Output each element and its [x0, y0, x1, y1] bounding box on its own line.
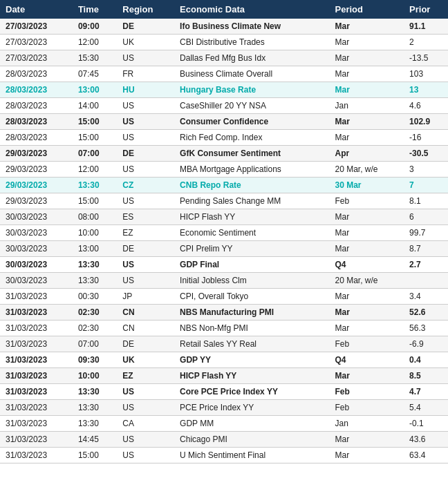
cell-event: Retail Sales YY Real [174, 336, 329, 352]
cell-period: Mar [329, 368, 404, 384]
cell-time: 14:45 [73, 432, 117, 448]
cell-region: US [117, 448, 174, 463]
table-row: 30/03/202313:30USGDP FinalQ42.7 [0, 257, 448, 273]
cell-period: Mar [329, 209, 404, 225]
cell-period: Mar [329, 19, 404, 35]
cell-prior: 2.7 [404, 257, 448, 273]
header-date: Date [0, 0, 73, 19]
cell-date: 27/03/2023 [0, 50, 73, 66]
cell-region: DE [117, 146, 174, 162]
table-row: 27/03/202315:30USDallas Fed Mfg Bus IdxM… [0, 50, 448, 66]
cell-prior: 4.6 [404, 98, 448, 114]
cell-period: Mar [329, 66, 404, 82]
cell-region: US [117, 384, 174, 400]
cell-prior: -6.9 [404, 336, 448, 352]
table-row: 31/03/202309:30UKGDP YYQ40.4 [0, 352, 448, 368]
table-row: 31/03/202314:45USChicago PMIMar43.6 [0, 432, 448, 448]
header-time: Time [73, 0, 117, 19]
cell-time: 00:30 [73, 289, 117, 305]
cell-region: UK [117, 35, 174, 50]
table-row: 29/03/202312:00USMBA Mortgage Applicatio… [0, 162, 448, 178]
cell-time: 10:00 [73, 225, 117, 241]
cell-prior: 3.4 [404, 289, 448, 305]
cell-date: 29/03/2023 [0, 193, 73, 209]
table-row: 28/03/202314:00USCaseShiller 20 YY NSAJa… [0, 98, 448, 114]
cell-period: Mar [329, 241, 404, 257]
cell-time: 13:30 [73, 384, 117, 400]
cell-prior: 3 [404, 162, 448, 178]
cell-time: 07:00 [73, 336, 117, 352]
cell-event: GDP MM [174, 416, 329, 432]
cell-period: Mar [329, 130, 404, 146]
cell-time: 15:00 [73, 193, 117, 209]
cell-region: UK [117, 352, 174, 368]
cell-time: 13:30 [73, 273, 117, 289]
cell-prior: 8.1 [404, 193, 448, 209]
cell-time: 09:30 [73, 352, 117, 368]
cell-period: Mar [329, 321, 404, 336]
cell-date: 31/03/2023 [0, 368, 73, 384]
cell-period: Q4 [329, 257, 404, 273]
cell-region: DE [117, 241, 174, 257]
cell-date: 27/03/2023 [0, 35, 73, 50]
cell-region: CA [117, 416, 174, 432]
cell-prior: 99.7 [404, 225, 448, 241]
cell-period: Mar [329, 35, 404, 50]
cell-date: 31/03/2023 [0, 400, 73, 416]
cell-prior: -13.5 [404, 50, 448, 66]
cell-time: 15:00 [73, 448, 117, 463]
cell-date: 30/03/2023 [0, 225, 73, 241]
cell-prior: 43.6 [404, 432, 448, 448]
cell-prior: -0.1 [404, 416, 448, 432]
header-period: Period [329, 0, 404, 19]
table-row: 30/03/202313:00DECPI Prelim YYMar8.7 [0, 241, 448, 257]
table-row: 28/03/202315:00USRich Fed Comp. IndexMar… [0, 130, 448, 146]
table-row: 30/03/202308:00ESHICP Flash YYMar6 [0, 209, 448, 225]
cell-date: 31/03/2023 [0, 336, 73, 352]
cell-event: CPI Prelim YY [174, 241, 329, 257]
cell-prior: 63.4 [404, 448, 448, 463]
cell-prior: 56.3 [404, 321, 448, 336]
cell-region: JP [117, 289, 174, 305]
table-row: 28/03/202307:45FRBusiness Climate Overal… [0, 66, 448, 82]
cell-prior: -30.5 [404, 146, 448, 162]
header-prior: Prior [404, 0, 448, 19]
cell-prior: -16 [404, 130, 448, 146]
table-row: 27/03/202309:00DEIfo Business Climate Ne… [0, 19, 448, 35]
table-row: 31/03/202315:00USU Mich Sentiment FinalM… [0, 448, 448, 463]
cell-prior: 5.4 [404, 400, 448, 416]
cell-time: 02:30 [73, 321, 117, 336]
cell-event: Economic Sentiment [174, 225, 329, 241]
cell-period: Mar [329, 305, 404, 321]
cell-event: CPI, Overall Tokyo [174, 289, 329, 305]
cell-event: Pending Sales Change MM [174, 193, 329, 209]
cell-event: MBA Mortgage Applications [174, 162, 329, 178]
cell-event: Hungary Base Rate [174, 82, 329, 98]
table-row: 28/03/202313:00HUHungary Base RateMar13 [0, 82, 448, 98]
cell-prior: 4.7 [404, 384, 448, 400]
table-row: 30/03/202310:00EZEconomic SentimentMar99… [0, 225, 448, 241]
cell-time: 12:00 [73, 35, 117, 50]
cell-region: US [117, 257, 174, 273]
table-row: 31/03/202310:00EZHICP Flash YYMar8.5 [0, 368, 448, 384]
cell-region: FR [117, 66, 174, 82]
cell-time: 13:30 [73, 257, 117, 273]
cell-region: HU [117, 82, 174, 98]
cell-time: 08:00 [73, 209, 117, 225]
cell-event: Ifo Business Climate New [174, 19, 329, 35]
cell-date: 27/03/2023 [0, 19, 73, 35]
cell-period: Mar [329, 289, 404, 305]
cell-region: CN [117, 305, 174, 321]
cell-date: 31/03/2023 [0, 416, 73, 432]
cell-event: PCE Price Index YY [174, 400, 329, 416]
cell-date: 29/03/2023 [0, 162, 73, 178]
cell-period: Mar [329, 448, 404, 463]
cell-date: 28/03/2023 [0, 66, 73, 82]
cell-time: 15:00 [73, 130, 117, 146]
cell-period: Jan [329, 98, 404, 114]
cell-region: US [117, 432, 174, 448]
cell-event: NBS Manufacturing PMI [174, 305, 329, 321]
header-region: Region [117, 0, 174, 19]
cell-date: 31/03/2023 [0, 289, 73, 305]
cell-time: 13:00 [73, 241, 117, 257]
